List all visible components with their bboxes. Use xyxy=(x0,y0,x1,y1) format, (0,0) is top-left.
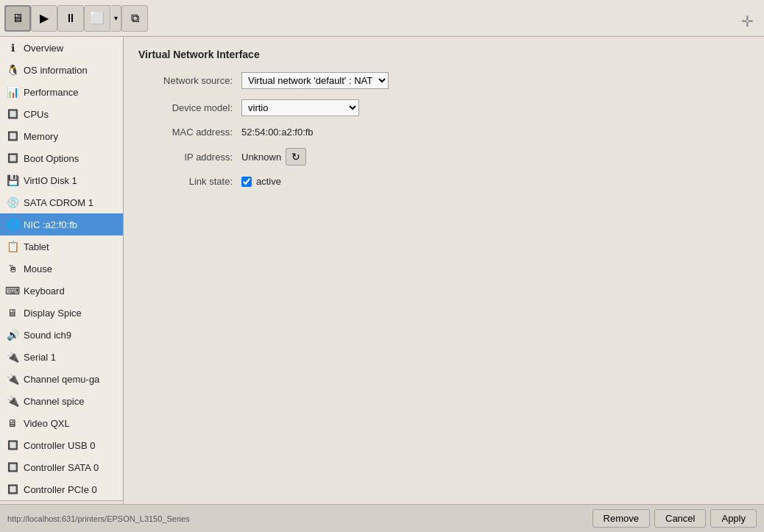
device-model-row: Device model: virtio xyxy=(138,99,749,116)
sidebar-item-serial1[interactable]: 🔌 Serial 1 xyxy=(0,346,123,368)
mouse-icon: 🖱 xyxy=(6,262,19,275)
sidebar-item-label: Sound ich9 xyxy=(24,330,71,341)
device-model-label: Device model: xyxy=(138,102,241,113)
keyboard-icon: ⌨ xyxy=(6,284,19,297)
main-content: ℹ Overview 🐧 OS information 📊 Performanc… xyxy=(0,37,764,504)
sidebar-item-mouse[interactable]: 🖱 Mouse xyxy=(0,258,123,280)
play-btn[interactable]: ▶ xyxy=(31,5,57,32)
display-spice-icon: 🖥 xyxy=(6,306,19,319)
boot-options-icon: 🔲 xyxy=(6,152,19,165)
sidebar-item-label: Keyboard xyxy=(24,285,65,297)
pause-btn[interactable]: ⏸ xyxy=(57,5,84,32)
sidebar-item-label: Channel qemu-ga xyxy=(24,374,99,385)
link-state-checkbox-row: active xyxy=(241,176,281,187)
sidebar-item-label: Tablet xyxy=(24,241,49,252)
sidebar-item-channel-spice[interactable]: 🔌 Channel spice xyxy=(0,390,123,412)
sidebar-item-label: Controller SATA 0 xyxy=(24,462,99,473)
sidebar-item-sound-ich9[interactable]: 🔊 Sound ich9 xyxy=(0,324,123,346)
overview-icon: ℹ xyxy=(6,41,19,54)
sata-cdrom-icon: 💿 xyxy=(6,196,19,209)
tablet-icon: 📋 xyxy=(6,240,19,253)
mac-address-label: MAC address: xyxy=(138,127,241,138)
panel-title: Virtual Network Interface xyxy=(138,49,749,60)
screenshot-btn[interactable]: ⧉ xyxy=(121,5,148,32)
toolbar: 🖥 ▶ ⏸ ⬜ ▾ ⧉ ✛ xyxy=(0,0,764,37)
ip-refresh-button[interactable]: ↻ xyxy=(286,148,306,166)
sidebar-item-memory[interactable]: 🔲 Memory xyxy=(0,125,123,147)
controller-pcie-icon: 🔲 xyxy=(6,483,19,496)
link-state-active-label: active xyxy=(256,176,281,187)
options-dropdown-arrow[interactable]: ▾ xyxy=(111,5,121,32)
sidebar-item-label: Controller USB 0 xyxy=(24,440,96,451)
link-state-checkbox[interactable] xyxy=(241,177,252,187)
sidebar-item-label: Controller PCIe 0 xyxy=(24,484,97,495)
sidebar-item-sata-cdrom[interactable]: 💿 SATA CDROM 1 xyxy=(0,191,123,213)
sidebar-item-label: Boot Options xyxy=(24,153,79,164)
nic-icon: 🌐 xyxy=(6,218,19,231)
sidebar-item-label: Overview xyxy=(24,43,63,54)
ip-address-value: Unknown xyxy=(241,152,281,163)
sidebar-item-cpus[interactable]: 🔲 CPUs xyxy=(0,103,123,125)
network-source-row: Network source: Virtual network 'default… xyxy=(138,72,749,89)
move-icon: ✛ xyxy=(741,13,754,30)
sidebar-item-label: NIC :a2:f0:fb xyxy=(24,219,77,230)
sidebar-item-label: OS information xyxy=(24,65,88,76)
ip-address-row: IP address: Unknown ↻ xyxy=(138,148,749,166)
mac-address-value: 52:54:00:a2:f0:fb xyxy=(241,127,314,138)
sidebar-item-tablet[interactable]: 📋 Tablet xyxy=(0,235,123,258)
virtio-disk-icon: 💾 xyxy=(6,174,19,187)
sidebar-item-label: Memory xyxy=(24,131,58,142)
apply-button[interactable]: Apply xyxy=(710,509,757,528)
sidebar-item-overview[interactable]: ℹ Overview xyxy=(0,37,123,59)
cancel-button[interactable]: Cancel xyxy=(654,509,706,528)
sidebar-item-virtio-disk[interactable]: 💾 VirtIO Disk 1 xyxy=(0,169,123,191)
sidebar-item-label: CPUs xyxy=(24,109,49,120)
detail-panel: Virtual Network Interface Network source… xyxy=(124,37,764,504)
status-text: http://localhost:631/printers/EPSON_L315… xyxy=(7,514,588,523)
device-model-select[interactable]: virtio xyxy=(241,99,359,116)
link-state-label: Link state: xyxy=(138,176,241,187)
sidebar-item-label: Mouse xyxy=(24,263,52,274)
channel-qemu-icon: 🔌 xyxy=(6,372,19,386)
sidebar-item-nic[interactable]: 🌐 NIC :a2:f0:fb xyxy=(0,213,123,235)
cpus-icon: 🔲 xyxy=(6,107,19,121)
remove-button[interactable]: Remove xyxy=(593,509,650,528)
network-source-select[interactable]: Virtual network 'default' : NAT xyxy=(241,72,389,89)
os-info-icon: 🐧 xyxy=(6,63,19,77)
sidebar-item-label: VirtIO Disk 1 xyxy=(24,175,77,186)
controller-sata-icon: 🔲 xyxy=(6,461,19,474)
sidebar-item-label: SATA CDROM 1 xyxy=(24,197,93,208)
sidebar-item-display-spice[interactable]: 🖥 Display Spice xyxy=(0,302,123,324)
vm-icon-btn[interactable]: 🖥 xyxy=(4,5,31,32)
mac-address-row: MAC address: 52:54:00:a2:f0:fb xyxy=(138,127,749,138)
bottom-bar: http://localhost:631/printers/EPSON_L315… xyxy=(0,504,764,532)
sound-ich9-icon: 🔊 xyxy=(6,328,19,341)
serial1-icon: 🔌 xyxy=(6,350,19,363)
sidebar-item-os-info[interactable]: 🐧 OS information xyxy=(0,59,123,81)
sidebar-item-label: Channel spice xyxy=(24,396,84,407)
video-qxl-icon: 🖥 xyxy=(6,416,19,430)
memory-icon: 🔲 xyxy=(6,130,19,143)
link-state-row: Link state: active xyxy=(138,176,749,187)
channel-spice-icon: 🔌 xyxy=(6,394,19,408)
sidebar-item-video-qxl[interactable]: 🖥 Video QXL xyxy=(0,412,123,434)
controller-usb-icon: 🔲 xyxy=(6,439,19,452)
performance-icon: 📊 xyxy=(6,85,19,99)
sidebar-item-label: Serial 1 xyxy=(24,352,56,363)
sidebar-item-performance[interactable]: 📊 Performance xyxy=(0,81,123,103)
sidebar-item-controller-pcie[interactable]: 🔲 Controller PCIe 0 xyxy=(0,478,123,500)
sidebar-item-label: Performance xyxy=(24,87,78,98)
sidebar-item-channel-qemu[interactable]: 🔌 Channel qemu-ga xyxy=(0,368,123,390)
ip-address-label: IP address: xyxy=(138,152,241,163)
sidebar-item-keyboard[interactable]: ⌨ Keyboard xyxy=(0,280,123,302)
sidebar-item-boot-options[interactable]: 🔲 Boot Options xyxy=(0,147,123,169)
sidebar-item-controller-usb[interactable]: 🔲 Controller USB 0 xyxy=(0,434,123,456)
sidebar-item-label: Video QXL xyxy=(24,418,70,429)
ip-row: Unknown ↻ xyxy=(241,148,306,166)
sidebar-item-controller-sata[interactable]: 🔲 Controller SATA 0 xyxy=(0,456,123,478)
sidebar: ℹ Overview 🐧 OS information 📊 Performanc… xyxy=(0,37,124,504)
network-source-label: Network source: xyxy=(138,75,241,86)
sidebar-item-label: Display Spice xyxy=(24,308,82,319)
options-btn[interactable]: ⬜ xyxy=(84,5,110,32)
